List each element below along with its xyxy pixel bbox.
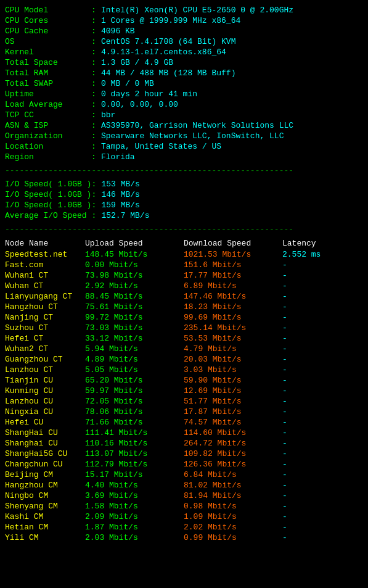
uptime-row: Uptime : 0 days 2 hour 41 min	[5, 89, 363, 99]
total-swap-label: Total SWAP	[5, 78, 91, 89]
total-ram-value: 44 MB / 488 MB (128 MB Buff)	[101, 68, 363, 78]
header-upload: Upload Speed	[85, 239, 184, 248]
node-name: Shanghai CU	[5, 439, 85, 448]
download-speed: 264.72 Mbit/s	[184, 439, 282, 448]
latency-value: -	[282, 460, 332, 469]
divider-1: ----------------------------------------…	[5, 166, 363, 175]
cpu-cores-label: CPU Cores	[5, 15, 91, 26]
latency-value: -	[282, 439, 332, 448]
latency-value: -	[282, 449, 332, 458]
asn-isp-label: ASN & ISP	[5, 120, 91, 131]
header-download: Download Speed	[184, 239, 282, 248]
io-avg-row: Average I/O Speed : 152.7 MB/s	[5, 210, 363, 221]
upload-speed: 5.05 Mbit/s	[85, 365, 184, 375]
download-speed: 1021.53 Mbit/s	[184, 250, 282, 259]
list-item: Wuhan2 CT 5.94 Mbit/s 4.79 Mbit/s -	[5, 344, 363, 354]
download-speed: 235.14 Mbit/s	[184, 323, 282, 333]
load-avg-value: 0.00, 0.00, 0.00	[101, 99, 363, 110]
upload-speed: 78.06 Mbit/s	[85, 407, 184, 416]
download-speed: 114.60 Mbit/s	[184, 428, 282, 437]
header-latency: Latency	[282, 239, 332, 248]
upload-speed: 113.07 Mbit/s	[85, 449, 184, 458]
node-name: Wuhan1 CT	[5, 271, 85, 280]
cpu-model-label: CPU Model	[5, 5, 91, 15]
upload-speed: 99.72 Mbit/s	[85, 313, 184, 322]
upload-speed: 59.97 Mbit/s	[85, 386, 184, 395]
node-name: Speedtest.net	[5, 250, 85, 259]
os-value: CentOS 7.4.1708 (64 Bit) KVM	[101, 36, 363, 47]
upload-speed: 112.79 Mbit/s	[85, 460, 184, 469]
total-ram-row: Total RAM : 44 MB / 488 MB (128 MB Buff)	[5, 68, 363, 78]
list-item: Kashi CM 2.09 Mbit/s 1.09 Mbit/s -	[5, 511, 363, 522]
upload-speed: 33.12 Mbit/s	[85, 334, 184, 343]
upload-speed: 111.41 Mbit/s	[85, 428, 184, 437]
latency-value: 2.552 ms	[282, 250, 332, 259]
list-item: Wuhan1 CT 73.98 Mbit/s 17.77 Mbit/s -	[5, 270, 363, 281]
node-name: Nanjing CT	[5, 313, 85, 322]
download-speed: 74.57 Mbit/s	[184, 418, 282, 427]
cpu-cache-row: CPU Cache : 4096 KB	[5, 26, 363, 36]
node-name: Suzhou CT	[5, 323, 85, 333]
latency-value: -	[282, 376, 332, 385]
node-name: Beijing CM	[5, 470, 85, 479]
list-item: Hangzhou CM 4.40 Mbit/s 81.02 Mbit/s -	[5, 480, 363, 491]
upload-speed: 75.61 Mbit/s	[85, 302, 184, 312]
download-speed: 0.99 Mbit/s	[184, 533, 282, 542]
upload-speed: 4.89 Mbit/s	[85, 355, 184, 364]
download-speed: 151.6 Mbit/s	[184, 260, 282, 270]
node-name: Kunming CU	[5, 386, 85, 395]
node-name: Lanzhou CT	[5, 365, 85, 375]
download-speed: 1.09 Mbit/s	[184, 512, 282, 521]
list-item: Wuhan CT 2.92 Mbit/s 6.89 Mbit/s -	[5, 281, 363, 291]
region-label: Region	[5, 152, 91, 162]
asn-isp-value: AS395970, Garrison Network Solutions LLC	[101, 120, 363, 131]
list-item: ShangHai5G CU 113.07 Mbit/s 109.82 Mbit/…	[5, 449, 363, 459]
organization-label: Organization	[5, 131, 91, 141]
divider-2: ----------------------------------------…	[5, 225, 363, 234]
kernel-label: Kernel	[5, 47, 91, 57]
asn-isp-row: ASN & ISP : AS395970, Garrison Network S…	[5, 120, 363, 131]
speed-header-row: Node Name Upload Speed Download Speed La…	[5, 238, 363, 249]
latency-value: -	[282, 397, 332, 406]
io-speed-table: I/O Speed( 1.0GB ) : 153 MB/s I/O Speed(…	[5, 179, 363, 221]
upload-speed: 65.20 Mbit/s	[85, 376, 184, 385]
latency-value: -	[282, 523, 332, 532]
download-speed: 59.90 Mbit/s	[184, 376, 282, 385]
node-name: Guangzhou CT	[5, 355, 85, 364]
latency-value: -	[282, 491, 332, 500]
node-name: Yili CM	[5, 533, 85, 542]
region-row: Region : Florida	[5, 152, 363, 162]
download-speed: 81.02 Mbit/s	[184, 481, 282, 490]
header-node: Node Name	[5, 239, 85, 248]
download-speed: 12.69 Mbit/s	[184, 386, 282, 395]
node-name: Lianyungang CT	[5, 292, 85, 301]
organization-value: Spearware Networks LLC, IonSwitch, LLC	[101, 131, 363, 141]
uptime-value: 0 days 2 hour 41 min	[101, 89, 363, 99]
load-avg-label: Load Average	[5, 99, 91, 110]
io-avg-label: Average I/O Speed	[5, 210, 91, 221]
latency-value: -	[282, 470, 332, 479]
cpu-model-row: CPU Model : Intel(R) Xeon(R) CPU E5-2650…	[5, 5, 363, 15]
io3-label: I/O Speed( 1.0GB )	[5, 200, 91, 210]
cpu-model-value: Intel(R) Xeon(R) CPU E5-2650 0 @ 2.00GHz	[101, 5, 363, 15]
organization-row: Organization : Spearware Networks LLC, I…	[5, 131, 363, 141]
upload-speed: 88.45 Mbit/s	[85, 292, 184, 301]
location-row: Location : Tampa, United States / US	[5, 141, 363, 152]
list-item: Speedtest.net 148.45 Mbit/s 1021.53 Mbit…	[5, 249, 363, 260]
upload-speed: 5.94 Mbit/s	[85, 344, 184, 354]
list-item: Fast.com 0.00 Mbit/s 151.6 Mbit/s -	[5, 260, 363, 270]
list-item: Ningbo CM 3.69 Mbit/s 81.94 Mbit/s -	[5, 491, 363, 501]
upload-speed: 2.92 Mbit/s	[85, 281, 184, 291]
node-name: Hangzhou CM	[5, 481, 85, 490]
download-speed: 99.69 Mbit/s	[184, 313, 282, 322]
cpu-cache-label: CPU Cache	[5, 26, 91, 36]
location-label: Location	[5, 141, 91, 152]
io2-value: 146 MB/s	[101, 189, 363, 200]
node-name: ShangHai5G CU	[5, 449, 85, 458]
upload-speed: 0.00 Mbit/s	[85, 260, 184, 270]
io3-value: 159 MB/s	[101, 200, 363, 210]
upload-speed: 3.69 Mbit/s	[85, 491, 184, 500]
latency-value: -	[282, 302, 332, 312]
os-row: OS : CentOS 7.4.1708 (64 Bit) KVM	[5, 36, 363, 47]
list-item: Yili CM 2.03 Mbit/s 0.99 Mbit/s -	[5, 532, 363, 543]
